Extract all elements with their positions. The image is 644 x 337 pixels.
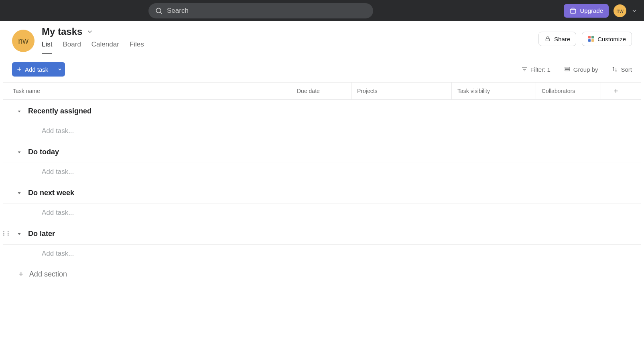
add-task-inline[interactable]: Add task... xyxy=(3,122,641,141)
sort-button[interactable]: Sort xyxy=(611,66,632,73)
collapse-toggle[interactable] xyxy=(15,191,23,196)
section-group: Do next weekAdd task... xyxy=(3,182,641,222)
customize-label: Customize xyxy=(597,36,626,42)
page-title: My tasks xyxy=(42,26,82,37)
svg-rect-13 xyxy=(565,67,570,69)
sort-icon xyxy=(611,66,618,73)
svg-rect-2 xyxy=(571,9,576,13)
sections-container: Recently assignedAdd task...Do todayAdd … xyxy=(0,100,644,278)
tab-board[interactable]: Board xyxy=(63,40,81,54)
section-name[interactable]: Do today xyxy=(28,148,59,156)
add-task-label: Add task xyxy=(25,66,48,73)
svg-rect-14 xyxy=(565,70,570,71)
owner-avatar[interactable]: nw xyxy=(12,30,35,52)
svg-point-0 xyxy=(156,8,161,13)
group-by-button[interactable]: Group by xyxy=(564,66,598,73)
add-task-inline[interactable]: Add task... xyxy=(3,163,641,182)
plus-icon: + xyxy=(18,270,24,278)
section-group: Do todayAdd task... xyxy=(3,141,641,182)
section-name[interactable]: Do later xyxy=(28,230,55,238)
share-label: Share xyxy=(554,36,570,42)
filter-button[interactable]: Filter: 1 xyxy=(521,66,551,73)
collapse-toggle[interactable] xyxy=(15,232,23,236)
caret-down-icon xyxy=(17,150,22,155)
column-visibility[interactable]: Task visibility xyxy=(452,83,536,99)
view-tabs: List Board Calendar Files xyxy=(42,40,144,54)
lock-icon xyxy=(544,36,551,42)
add-task-button[interactable]: Add task xyxy=(12,62,54,77)
add-task-inline[interactable]: Add task... xyxy=(3,244,641,263)
topbar: Upgrade nw xyxy=(0,0,644,21)
group-label: Group by xyxy=(573,66,598,73)
column-header-row: Task name Due date Projects Task visibil… xyxy=(3,82,641,100)
upgrade-label: Upgrade xyxy=(580,7,603,14)
svg-marker-17 xyxy=(18,111,21,113)
add-task-dropdown[interactable] xyxy=(54,62,65,77)
svg-rect-3 xyxy=(546,38,549,41)
filter-icon xyxy=(521,66,528,73)
search-input[interactable] xyxy=(167,7,367,15)
tab-files[interactable]: Files xyxy=(130,40,144,54)
tab-list[interactable]: List xyxy=(42,40,52,54)
section-name[interactable]: Do next week xyxy=(28,189,74,197)
avatar-initials: nw xyxy=(616,8,624,14)
svg-rect-7 xyxy=(591,39,594,42)
svg-marker-18 xyxy=(18,151,21,153)
add-column-button[interactable] xyxy=(601,83,625,99)
title-dropdown-icon[interactable] xyxy=(86,28,93,35)
svg-marker-19 xyxy=(18,192,21,194)
group-icon xyxy=(564,66,571,73)
caret-down-icon xyxy=(17,191,22,196)
section-header: Do today xyxy=(3,141,641,163)
list-toolbar: Add task Filter: 1 Group by xyxy=(0,55,644,82)
add-section-button[interactable]: +Add section xyxy=(3,263,641,278)
caret-down-icon xyxy=(17,109,22,114)
chevron-down-icon[interactable] xyxy=(631,8,638,14)
svg-marker-20 xyxy=(18,233,21,235)
svg-rect-4 xyxy=(588,36,591,38)
add-section-label: Add section xyxy=(29,270,67,278)
section-name[interactable]: Recently assigned xyxy=(28,107,91,115)
chevron-down-icon xyxy=(57,67,62,72)
caret-down-icon xyxy=(17,232,22,236)
briefcase-icon xyxy=(569,7,577,14)
svg-line-1 xyxy=(160,12,162,14)
search-icon xyxy=(155,7,163,15)
add-task-inline[interactable]: Add task... xyxy=(3,204,641,222)
column-projects[interactable]: Projects xyxy=(351,83,452,99)
section-header: ⠇⠇Do later xyxy=(3,222,641,244)
column-task-name[interactable]: Task name xyxy=(3,83,291,99)
section-header: Do next week xyxy=(3,182,641,204)
plus-icon xyxy=(613,88,619,94)
svg-rect-6 xyxy=(588,39,591,42)
sort-label: Sort xyxy=(621,66,632,73)
global-search[interactable] xyxy=(148,3,373,18)
tab-calendar[interactable]: Calendar xyxy=(91,40,119,54)
filter-label: Filter: 1 xyxy=(530,66,551,73)
svg-rect-5 xyxy=(591,36,594,38)
section-header: Recently assigned xyxy=(3,100,641,122)
upgrade-button[interactable]: Upgrade xyxy=(564,4,609,18)
column-collaborators[interactable]: Collaborators xyxy=(536,83,601,99)
section-group: Recently assignedAdd task... xyxy=(3,100,641,141)
page-header: nw My tasks List Board Calendar Files Sh… xyxy=(0,21,644,55)
grid-icon xyxy=(588,36,594,42)
user-avatar[interactable]: nw xyxy=(614,4,626,17)
collapse-toggle[interactable] xyxy=(15,150,23,155)
customize-button[interactable]: Customize xyxy=(582,32,632,46)
owner-avatar-initials: nw xyxy=(18,36,28,46)
collapse-toggle[interactable] xyxy=(15,109,23,114)
column-due-date[interactable]: Due date xyxy=(291,83,351,99)
plus-icon xyxy=(16,66,22,73)
section-group: ⠇⠇Do laterAdd task... xyxy=(3,222,641,263)
share-button[interactable]: Share xyxy=(538,32,576,46)
